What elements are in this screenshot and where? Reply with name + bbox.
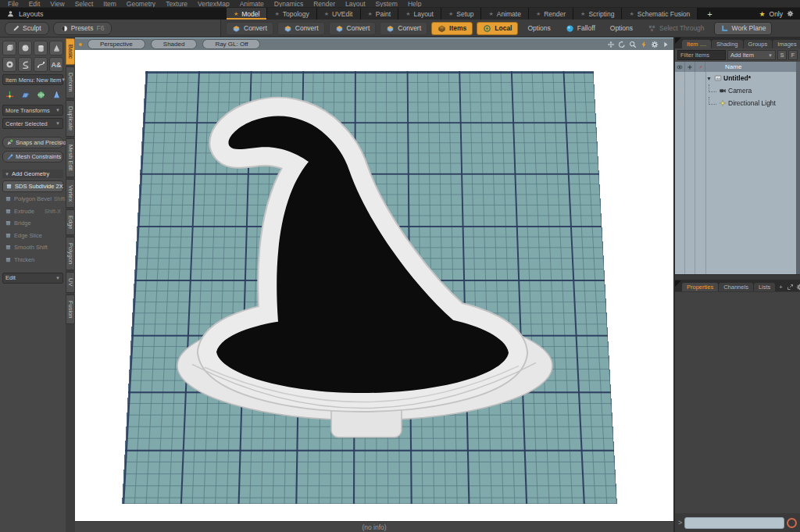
only-toggle[interactable]: Only (770, 10, 783, 18)
scope-s-button[interactable]: S (777, 50, 787, 60)
tool-smooth-shift[interactable]: Smooth Shift (2, 243, 63, 253)
gizmo-tool-button[interactable] (2, 87, 16, 102)
workspace-tab-paint[interactable]: ★Paint (361, 8, 399, 20)
tool-extrude[interactable]: ExtrudeShift-X (2, 206, 63, 216)
presets-button[interactable]: Presets F6 (53, 22, 112, 35)
eye-icon[interactable] (677, 87, 684, 95)
filter-items-input[interactable] (677, 50, 726, 60)
sidebar-tab-mesh-edit[interactable]: Mesh Edit (66, 138, 75, 177)
move-cross-icon[interactable] (687, 64, 693, 70)
sidebar-tab-deform[interactable]: Deform (66, 66, 75, 98)
command-history-ring-icon[interactable] (787, 518, 797, 528)
expander-icon[interactable]: ▼ (705, 76, 712, 81)
items-mode-button[interactable]: Items (431, 22, 473, 35)
work-plane-button[interactable]: Work Plane (714, 22, 773, 35)
convert-button-1[interactable]: Convert (226, 22, 273, 35)
primitive-sphere-button[interactable] (18, 41, 32, 55)
visibility-eye-icon[interactable] (677, 64, 683, 70)
workspace-tab-schematic-fusion[interactable]: ★Schematic Fusion (622, 8, 698, 20)
select-through-button[interactable]: Select Through (642, 24, 710, 33)
menu-select[interactable]: Select (75, 0, 94, 8)
expand-arrow-icon[interactable] (662, 41, 670, 48)
tool-sds-subdivide[interactable]: SDS Subdivide 2X (2, 180, 63, 192)
options-button-1[interactable]: Options (522, 24, 555, 32)
tab-item-list[interactable]: Item .... (682, 40, 711, 48)
sidebar-tab-uv[interactable]: UV (66, 272, 75, 292)
tool-bridge[interactable]: Bridge (2, 219, 63, 229)
tab-groups[interactable]: Groups (744, 40, 773, 48)
workspace-tab-animate[interactable]: ★Animate (481, 8, 528, 20)
primitive-curve-button[interactable] (34, 57, 48, 72)
item-menu-dropdown[interactable]: Item Menu: New Item▼ (2, 74, 63, 85)
workspace-tab-layout[interactable]: ★Layout (398, 8, 441, 20)
menu-animate[interactable]: Animate (240, 0, 264, 8)
sidebar-tab-duplicate[interactable]: Duplicate (66, 100, 75, 137)
convert-button-2[interactable]: Convert (277, 22, 325, 35)
favorites-star-icon[interactable]: ★ (759, 10, 765, 18)
brush-icon[interactable] (697, 64, 703, 70)
name-column-header[interactable]: Name (705, 63, 741, 70)
tree-row-scene[interactable]: ▼ Untitled* (675, 72, 800, 84)
snaps-precision-button[interactable]: Snaps and Precision (2, 137, 63, 148)
workspace-tab-uvedit[interactable]: ★UVEdit (317, 8, 361, 20)
tool-thicken[interactable]: Thicken (2, 255, 63, 265)
wire-cone-tool-button[interactable] (49, 87, 63, 102)
primitive-text-button[interactable]: A& (49, 57, 63, 72)
tool-polygon-bevel[interactable]: Polygon BevelShift-B (2, 195, 63, 205)
rotate-icon[interactable] (618, 41, 626, 48)
sidebar-tab-fusion[interactable]: Fusion (66, 295, 75, 325)
primitive-torus-button[interactable] (2, 57, 16, 72)
primitive-cylinder-button[interactable] (34, 41, 48, 55)
scope-f-button[interactable]: F (788, 50, 798, 60)
add-panel-tab-button[interactable]: + (776, 283, 785, 291)
menu-dynamics[interactable]: Dynamics (274, 0, 303, 8)
mesh-sphere-tool-button[interactable] (34, 87, 48, 102)
menu-layout[interactable]: Layout (345, 0, 366, 8)
tab-images[interactable]: Images (773, 40, 800, 48)
workspace-tab-topology[interactable]: ★Topology (267, 8, 316, 20)
pan-icon[interactable] (607, 41, 615, 48)
workspace-tab-scripting[interactable]: ★Scripting (573, 8, 622, 20)
menu-item[interactable]: Item (103, 0, 116, 8)
zoom-icon[interactable] (629, 41, 637, 48)
convert-button-3[interactable]: Convert (329, 22, 377, 35)
primitive-cone-button[interactable] (49, 41, 63, 55)
menu-file[interactable]: File (8, 0, 19, 8)
gear-icon[interactable] (796, 284, 800, 291)
panel-corner-widget[interactable] (675, 280, 681, 287)
menu-render[interactable]: Render (313, 0, 335, 8)
local-axis-button[interactable]: Local (477, 22, 518, 35)
viewport-tab-shaded[interactable]: Shaded (151, 39, 198, 49)
tree-scrollbar[interactable] (796, 62, 800, 274)
layouts-menu[interactable]: Layouts (0, 8, 227, 20)
menu-vertexmap[interactable]: VertexMap (198, 0, 230, 8)
viewport-tab-perspective[interactable]: Perspective (88, 39, 145, 49)
add-item-dropdown[interactable]: Add Item▼ (727, 50, 776, 60)
panel-corner-widget[interactable] (675, 37, 681, 44)
witch-hat-cookie-cutter-model[interactable] (75, 50, 673, 521)
pop-out-icon[interactable] (787, 284, 794, 291)
gear-icon[interactable] (787, 10, 794, 17)
workspace-tab-setup[interactable]: ★Setup (441, 8, 482, 20)
menu-texture[interactable]: Texture (166, 0, 188, 8)
lightning-icon[interactable] (640, 41, 648, 48)
sculpt-button[interactable]: Sculpt (5, 22, 49, 35)
tab-channels[interactable]: Channels (719, 283, 753, 291)
add-geometry-section[interactable]: ▼Add Geometry (2, 170, 63, 178)
primitive-cube-button[interactable] (2, 41, 16, 55)
workspace-tab-render[interactable]: ★Render (529, 8, 573, 20)
sidebar-tab-vertex[interactable]: Vertex (66, 179, 75, 208)
eye-icon[interactable] (677, 100, 684, 107)
workplane-tool-button[interactable] (18, 87, 32, 102)
falloff-button[interactable]: Falloff (560, 24, 601, 33)
command-input[interactable] (684, 517, 784, 529)
menu-edit[interactable]: Edit (29, 0, 41, 8)
add-workspace-tab-button[interactable]: + (698, 8, 721, 20)
tab-properties[interactable]: Properties (682, 283, 718, 291)
menu-system[interactable]: System (376, 0, 398, 8)
tool-edge-slice[interactable]: Edge Slice (2, 230, 63, 241)
sidebar-tab-edge[interactable]: Edge (66, 209, 75, 236)
mesh-constraints-button[interactable]: Mesh Constraints (2, 151, 63, 162)
menu-geometry[interactable]: Geometry (127, 0, 155, 8)
edit-dropdown[interactable]: Edit▼ (2, 273, 63, 284)
